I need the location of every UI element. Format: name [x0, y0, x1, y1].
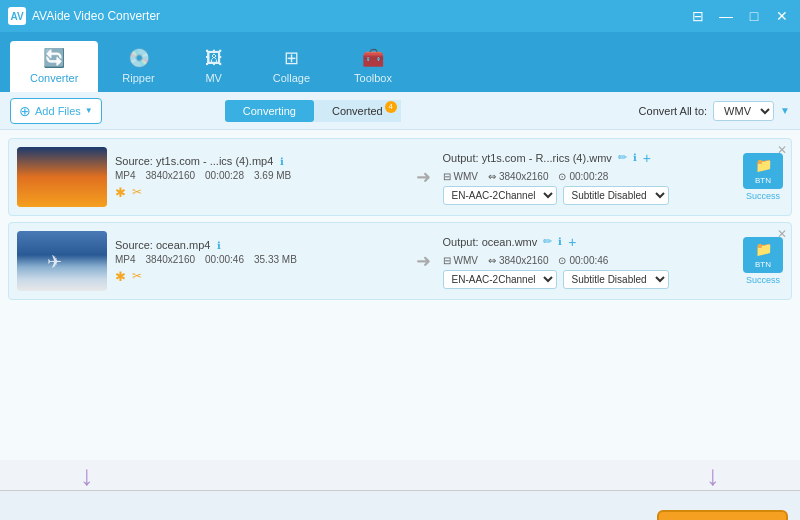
- toolbox-icon: 🧰: [362, 47, 384, 69]
- resolution-2: 3840x2160: [146, 254, 196, 265]
- file-item-1: ✕ Source: yt1s.com - ...ics (4).mp4 ℹ MP…: [8, 138, 792, 216]
- format-1: MP4: [115, 170, 136, 181]
- format-dropdown-arrow: ▼: [780, 105, 790, 116]
- window-controls: ⊟ — □ ✕: [688, 9, 792, 23]
- tab-toolbox-label: Toolbox: [354, 72, 392, 84]
- out-resolution-1: ⇔ 3840x2160: [488, 171, 549, 182]
- output-info-icon-2[interactable]: ℹ: [558, 236, 562, 247]
- ripper-icon: 💿: [128, 47, 150, 69]
- close-file-1-button[interactable]: ✕: [777, 143, 787, 157]
- output-info-1: Output: yt1s.com - R...rics (4).wmv ✏ ℹ …: [443, 150, 732, 205]
- file-info-2: Source: ocean.mp4 ℹ MP4 3840x2160 00:00:…: [115, 239, 404, 284]
- file-list: ✕ Source: yt1s.com - ...ics (4).mp4 ℹ MP…: [0, 130, 800, 460]
- add-files-button[interactable]: ⊕ Add Files ▼: [10, 98, 102, 124]
- output-controls-2: EN-AAC-2Channel Subtitle Disabled: [443, 270, 732, 289]
- tab-converter[interactable]: 🔄 Converter: [10, 41, 98, 92]
- out-resolution-2: ⇔ 3840x2160: [488, 255, 549, 266]
- arrow-down-left: ↓: [80, 462, 94, 490]
- tab-ripper[interactable]: 💿 Ripper: [102, 41, 174, 92]
- out-format-1: ⊟ WMV: [443, 171, 478, 182]
- output-info-icon-1[interactable]: ℹ: [633, 152, 637, 163]
- file-actions-1: ✱ ✂: [115, 185, 404, 200]
- duration-2: 00:00:46: [205, 254, 244, 265]
- audio-select-1[interactable]: EN-AAC-2Channel: [443, 186, 557, 205]
- arrow-indicators: ↓ ↓: [0, 460, 800, 490]
- tab-converting[interactable]: Converting: [225, 100, 314, 122]
- size-1: 3.69 MB: [254, 170, 291, 181]
- minimize-button[interactable]: —: [716, 9, 736, 23]
- subtitle-select-1[interactable]: Subtitle Disabled: [563, 186, 669, 205]
- clip-icon-2[interactable]: ✱: [115, 269, 126, 284]
- tab-ripper-label: Ripper: [122, 72, 154, 84]
- clip-icon-1[interactable]: ✱: [115, 185, 126, 200]
- tab-mv[interactable]: 🖼 MV: [179, 42, 249, 92]
- file-info-1: Source: yt1s.com - ...ics (4).mp4 ℹ MP4 …: [115, 155, 404, 200]
- source-info-icon-1[interactable]: ℹ: [280, 156, 284, 167]
- convert-all-to-label: Convert All to:: [639, 105, 707, 117]
- source-label-2: Source: ocean.mp4 ℹ: [115, 239, 404, 251]
- converter-icon: 🔄: [43, 47, 65, 69]
- folder-icon-2: 📁: [755, 241, 772, 257]
- arrow-down-right: ↓: [706, 462, 720, 490]
- toolbar: ⊕ Add Files ▼ Converting Converted 4 Con…: [0, 92, 800, 130]
- file-meta-1: MP4 3840x2160 00:00:28 3.69 MB: [115, 170, 404, 181]
- edit-output-icon-1[interactable]: ✏: [618, 151, 627, 164]
- source-label-1: Source: yt1s.com - ...ics (4).mp4 ℹ: [115, 155, 404, 167]
- convert-all-button[interactable]: Convert All: [657, 510, 788, 520]
- open-folder-button-1[interactable]: 📁 BTN: [743, 153, 783, 189]
- output-name-1: Output: yt1s.com - R...rics (4).wmv ✏ ℹ …: [443, 150, 732, 166]
- app-title: AVAide Video Converter: [32, 9, 160, 23]
- nav-tabs: 🔄 Converter 💿 Ripper 🖼 MV ⊞ Collage 🧰 To…: [0, 32, 800, 92]
- format-2: MP4: [115, 254, 136, 265]
- close-file-2-button[interactable]: ✕: [777, 227, 787, 241]
- tab-mv-label: MV: [205, 72, 222, 84]
- title-bar: AV AVAide Video Converter ⊟ — □ ✕: [0, 0, 800, 32]
- mv-icon: 🖼: [205, 48, 223, 69]
- size-2: 35.33 MB: [254, 254, 297, 265]
- tab-toolbox[interactable]: 🧰 Toolbox: [334, 41, 412, 92]
- folder-icon-1: 📁: [755, 157, 772, 173]
- scissors-icon-1[interactable]: ✂: [132, 185, 142, 199]
- app-logo: AV: [8, 7, 26, 25]
- subtitle-select-2[interactable]: Subtitle Disabled: [563, 270, 669, 289]
- thumbnail-1: [17, 147, 107, 207]
- success-label-2: Success: [746, 275, 780, 285]
- edit-output-icon-2[interactable]: ✏: [543, 235, 552, 248]
- output-meta-2: ⊟ WMV ⇔ 3840x2160 ⊙ 00:00:46: [443, 255, 732, 266]
- success-area-2: 📁 BTN Success: [743, 237, 783, 285]
- dropdown-arrow-icon: ▼: [85, 106, 93, 115]
- tab-converter-label: Converter: [30, 72, 78, 84]
- out-duration-2: ⊙ 00:00:46: [558, 255, 608, 266]
- success-area-1: 📁 BTN Success: [743, 153, 783, 201]
- success-label-1: Success: [746, 191, 780, 201]
- thumbnail-sunset: [17, 147, 107, 207]
- title-bar-left: AV AVAide Video Converter: [8, 7, 160, 25]
- duration-1: 00:00:28: [205, 170, 244, 181]
- out-duration-1: ⊙ 00:00:28: [558, 171, 608, 182]
- add-output-icon-1[interactable]: +: [643, 150, 651, 166]
- output-info-2: Output: ocean.wmv ✏ ℹ + ⊟ WMV ⇔ 3840x216…: [443, 234, 732, 289]
- plus-icon: ⊕: [19, 103, 31, 119]
- tab-collage[interactable]: ⊞ Collage: [253, 41, 330, 92]
- tab-converted[interactable]: Converted 4: [314, 100, 401, 122]
- file-item-2: ✕ Source: ocean.mp4 ℹ MP4 3840x2160 00:0…: [8, 222, 792, 300]
- monitor-icon[interactable]: ⊟: [688, 9, 708, 23]
- file-actions-2: ✱ ✂: [115, 269, 404, 284]
- convert-all-to: Convert All to: WMV MP4 AVI MOV ▼: [639, 101, 790, 121]
- audio-select-2[interactable]: EN-AAC-2Channel: [443, 270, 557, 289]
- add-output-icon-2[interactable]: +: [568, 234, 576, 250]
- maximize-button[interactable]: □: [744, 9, 764, 23]
- save-row: Save to: ▼ 📂 ⚡ 📱 ⚙ ▼ Merge into one file…: [12, 510, 788, 520]
- convert-tabs: Converting Converted 4: [225, 100, 401, 122]
- source-info-icon-2[interactable]: ℹ: [217, 240, 221, 251]
- close-button[interactable]: ✕: [772, 9, 792, 23]
- scissors-icon-2[interactable]: ✂: [132, 269, 142, 283]
- format-select[interactable]: WMV MP4 AVI MOV: [713, 101, 774, 121]
- thumbnail-2: [17, 231, 107, 291]
- resolution-1: 3840x2160: [146, 170, 196, 181]
- open-folder-button-2[interactable]: 📁 BTN: [743, 237, 783, 273]
- output-name-2: Output: ocean.wmv ✏ ℹ +: [443, 234, 732, 250]
- bottom-bar: Save to: ▼ 📂 ⚡ 📱 ⚙ ▼ Merge into one file…: [0, 490, 800, 520]
- output-controls-1: EN-AAC-2Channel Subtitle Disabled: [443, 186, 732, 205]
- arrow-separator-2: ➜: [416, 250, 431, 272]
